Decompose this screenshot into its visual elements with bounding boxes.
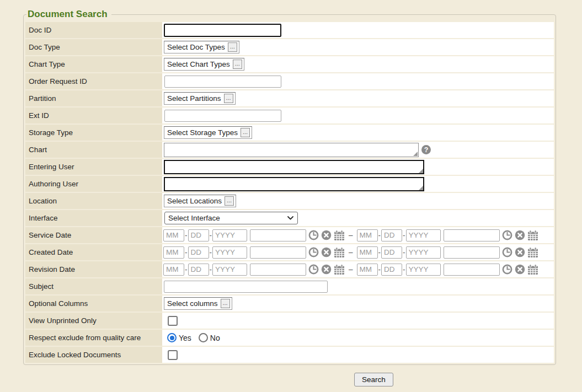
service-date-from-time-input[interactable]	[250, 229, 306, 241]
clock-icon[interactable]	[502, 230, 512, 240]
order-request-id-input[interactable]	[164, 76, 281, 88]
entering-user-textarea-wrap	[164, 160, 424, 174]
revision-date-to-time-input[interactable]	[444, 264, 500, 276]
chart-type-picker[interactable]: Select Chart Types ...	[164, 58, 244, 71]
field-label-chart: Chart	[25, 142, 162, 158]
date-range-separator: –	[349, 265, 353, 273]
created-date-from-time-input[interactable]	[250, 246, 306, 259]
entering-user-textarea[interactable]	[164, 160, 424, 174]
revision-date-to-group: - -	[357, 264, 538, 276]
location-picker[interactable]: Select Locations ...	[164, 195, 236, 207]
optional-columns-browse-button[interactable]: ...	[221, 299, 230, 308]
created-date-from-group: - -	[163, 246, 345, 259]
date-range-separator: –	[349, 231, 353, 239]
field-label-entering-user: Entering User	[25, 159, 162, 175]
chart-type-browse-button[interactable]: ...	[233, 60, 242, 69]
created-date-to-group: - -	[357, 246, 538, 259]
service-date-from-group: - -	[163, 229, 345, 241]
row-created-date: Created Date - -	[25, 244, 554, 260]
clear-icon[interactable]	[321, 247, 332, 257]
calendar-icon[interactable]	[334, 247, 345, 258]
created-date-to-day-input[interactable]	[381, 246, 402, 259]
respect-exclude-no-radio[interactable]	[199, 333, 208, 342]
help-icon[interactable]: ?	[421, 145, 431, 154]
optional-columns-picker-label: Select columns	[167, 299, 218, 308]
created-date-to-year-input[interactable]	[406, 246, 441, 259]
date-part-separator: -	[378, 265, 381, 273]
storage-type-browse-button[interactable]: ...	[241, 128, 250, 137]
service-date-from-year-input[interactable]	[212, 229, 247, 241]
subject-input[interactable]	[164, 281, 328, 293]
clock-icon[interactable]	[502, 264, 512, 275]
service-date-from-month-input[interactable]	[163, 229, 184, 241]
field-label-interface: Interface	[25, 210, 162, 226]
doc-type-picker[interactable]: Select Doc Types ...	[164, 41, 239, 53]
service-date-to-time-input[interactable]	[444, 229, 500, 241]
clear-icon[interactable]	[321, 230, 332, 240]
field-label-ext-id: Ext ID	[25, 108, 162, 123]
clock-icon[interactable]	[308, 247, 319, 257]
chart-textarea[interactable]	[164, 143, 419, 157]
calendar-icon[interactable]	[334, 264, 345, 275]
revision-date-to-day-input[interactable]	[381, 264, 402, 276]
clear-icon[interactable]	[321, 264, 332, 275]
doc-type-picker-label: Select Doc Types	[167, 43, 225, 51]
optional-columns-picker[interactable]: Select columns ...	[164, 297, 232, 310]
clock-icon[interactable]	[308, 230, 319, 240]
row-chart-type: Chart Type Select Chart Types ...	[25, 56, 554, 72]
partition-picker[interactable]: Select Partitions ...	[164, 92, 236, 105]
field-label-subject: Subject	[25, 278, 162, 294]
service-date-from-day-input[interactable]	[188, 229, 209, 241]
date-part-separator: -	[210, 231, 212, 239]
created-date-from-day-input[interactable]	[188, 246, 209, 259]
revision-date-from-day-input[interactable]	[188, 264, 209, 276]
authoring-user-textarea[interactable]	[164, 177, 424, 191]
calendar-icon[interactable]	[527, 264, 538, 275]
row-entering-user: Entering User	[25, 159, 554, 175]
created-date-from-month-input[interactable]	[163, 246, 184, 259]
doc-type-browse-button[interactable]: ...	[228, 42, 237, 52]
button-bar: Search	[23, 373, 556, 386]
created-date-to-time-input[interactable]	[444, 246, 500, 259]
row-optional-columns: Optional Columns Select columns ...	[25, 296, 554, 312]
field-label-doc-id: Doc ID	[25, 22, 162, 38]
revision-date-from-time-input[interactable]	[250, 264, 306, 276]
interface-select[interactable]: Select Interface	[164, 212, 298, 224]
calendar-icon[interactable]	[527, 247, 538, 258]
row-subject: Subject	[25, 278, 554, 294]
search-button[interactable]: Search	[354, 373, 393, 386]
service-date-to-year-input[interactable]	[406, 229, 441, 241]
calendar-icon[interactable]	[334, 230, 345, 241]
storage-type-picker-label: Select Storage Types	[167, 128, 238, 137]
storage-type-picker[interactable]: Select Storage Types ...	[164, 126, 252, 139]
date-range-separator: –	[349, 248, 353, 256]
location-browse-button[interactable]: ...	[225, 196, 234, 206]
view-unprinted-only-checkbox[interactable]	[168, 316, 178, 326]
authoring-user-textarea-wrap	[164, 177, 424, 191]
service-date-to-day-input[interactable]	[381, 229, 402, 241]
respect-exclude-yes-radio[interactable]	[167, 333, 177, 342]
partition-browse-button[interactable]: ...	[224, 94, 233, 103]
clock-icon[interactable]	[308, 264, 319, 275]
exclude-locked-checkbox[interactable]	[168, 350, 178, 360]
revision-date-to-month-input[interactable]	[357, 264, 378, 276]
revision-date-from-month-input[interactable]	[163, 264, 184, 276]
clock-icon[interactable]	[502, 247, 512, 257]
row-view-unprinted-only: View Unprinted Only	[25, 313, 554, 329]
created-date-to-month-input[interactable]	[357, 246, 378, 259]
service-date-to-group: - -	[357, 229, 538, 241]
clear-icon[interactable]	[515, 264, 525, 275]
doc-id-input[interactable]	[164, 24, 281, 37]
clear-icon[interactable]	[515, 247, 525, 257]
ext-id-input[interactable]	[164, 110, 281, 122]
date-part-separator: -	[378, 231, 381, 239]
service-date-to-month-input[interactable]	[357, 229, 378, 241]
date-part-separator: -	[185, 248, 188, 256]
calendar-icon[interactable]	[527, 230, 538, 241]
field-label-revision-date: Revision Date	[25, 261, 162, 277]
revision-date-to-year-input[interactable]	[406, 264, 441, 276]
field-label-partition: Partition	[25, 90, 162, 106]
clear-icon[interactable]	[515, 230, 525, 240]
created-date-from-year-input[interactable]	[212, 246, 247, 259]
revision-date-from-year-input[interactable]	[212, 264, 247, 276]
